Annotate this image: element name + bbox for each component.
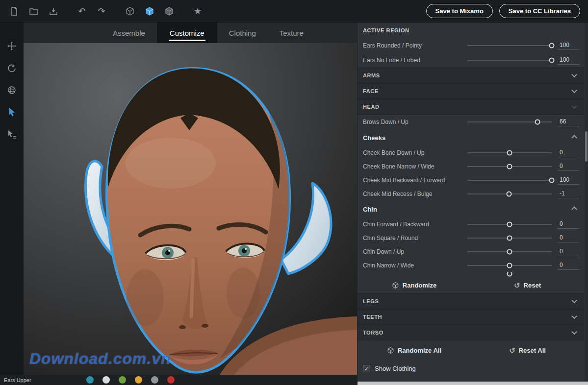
slider-thumb[interactable] [549, 58, 555, 63]
slider-thumb[interactable] [507, 150, 512, 156]
param-row: Cheek Mid Backward / Forward 100 [358, 173, 584, 187]
param-slider[interactable] [467, 188, 552, 200]
swatch-red[interactable] [167, 376, 175, 384]
tab-customize[interactable]: Customize [157, 23, 217, 43]
reset-icon: ↺ [514, 282, 520, 289]
scrollbar-thumb[interactable] [585, 131, 588, 162]
param-slider[interactable] [467, 259, 552, 272]
slider-thumb[interactable] [549, 43, 555, 48]
redo-icon[interactable]: ↷ [95, 5, 108, 17]
param-row: Brows Down / Up 66 [358, 115, 584, 129]
slider-thumb[interactable] [507, 222, 512, 227]
reset-button[interactable]: ↺ Reset [514, 282, 541, 289]
section-header-teeth[interactable]: TEETH [358, 309, 584, 325]
section-header-head[interactable]: HEAD [358, 99, 584, 115]
character-3d-viewport[interactable]: Y Download.com.vn [24, 43, 357, 375]
subsection-header-cheeks[interactable]: Cheeks [358, 129, 584, 146]
cube-solid-active-icon[interactable] [143, 5, 156, 17]
param-slider[interactable] [467, 39, 552, 52]
swatch-silver[interactable] [102, 376, 110, 384]
param-slider[interactable] [467, 146, 552, 159]
randomize-button[interactable]: Randomize [392, 282, 436, 289]
param-slider[interactable] [467, 160, 552, 173]
tab-label: Clothing [229, 29, 256, 37]
slider-thumb[interactable] [507, 249, 512, 255]
randomize-all-button[interactable]: Randomize All [387, 347, 441, 354]
slider-thumb[interactable] [549, 178, 555, 183]
section-label: TORSO [363, 330, 383, 336]
mode-tabs: Assemble Customize Clothing Texture [24, 23, 357, 43]
chevron-down-icon [571, 298, 577, 303]
open-folder-icon[interactable] [27, 5, 40, 17]
cube-wireframe-icon[interactable] [124, 5, 136, 17]
swatch-green[interactable] [119, 376, 126, 384]
param-slider[interactable] [467, 218, 552, 231]
reset-all-button[interactable]: ↺ Reset All [509, 347, 546, 354]
param-value[interactable]: 0 [558, 149, 579, 157]
import-icon[interactable] [47, 5, 60, 17]
select-tool-icon[interactable] [6, 106, 18, 118]
param-row: Cheek Bone Down / Up 0 [358, 146, 584, 160]
param-slider[interactable] [467, 245, 552, 258]
param-row: Cheek Mid Recess / Bulge -1 [358, 187, 584, 201]
new-file-icon[interactable] [8, 5, 21, 17]
work-area: Assemble Customize Clothing Texture [0, 23, 357, 385]
section-header-torso[interactable]: TORSO [358, 325, 584, 340]
param-value[interactable]: 100 [558, 56, 579, 65]
tab-clothing[interactable]: Clothing [217, 23, 268, 43]
param-value[interactable]: 100 [558, 176, 579, 185]
undo-icon[interactable]: ↶ [76, 5, 88, 17]
panel-horizontal-scrollbar[interactable] [358, 382, 588, 385]
swatch-gray[interactable] [151, 376, 158, 384]
param-value[interactable]: 100 [558, 42, 579, 50]
param-value[interactable]: 0 [558, 163, 579, 171]
slider-thumb[interactable] [507, 164, 512, 169]
param-slider[interactable] [467, 174, 552, 187]
slider-thumb[interactable] [507, 236, 512, 241]
param-row: Chin Forward / Backward 0 [358, 217, 584, 231]
param-value[interactable]: 0 [558, 248, 579, 256]
show-clothing-checkbox[interactable]: ✓ Show Clothing [358, 360, 584, 377]
save-to-mixamo-button[interactable]: Save to Mixamo [426, 4, 493, 18]
param-row: Ears No Lobe / Lobed 100 [358, 53, 584, 68]
slider-thumb[interactable] [507, 192, 512, 197]
section-header-face[interactable]: FACE [358, 83, 584, 99]
sphere-tool-icon[interactable] [6, 84, 18, 96]
param-value[interactable]: 0 [558, 220, 579, 229]
param-value[interactable]: 66 [558, 118, 579, 126]
tab-texture[interactable]: Texture [268, 23, 315, 43]
swatch-amber[interactable] [135, 376, 142, 384]
param-value[interactable]: 0 [558, 262, 579, 270]
tab-assemble[interactable]: Assemble [101, 23, 157, 43]
randomize-label: Randomize [403, 282, 436, 289]
cube-shaded-icon[interactable] [163, 5, 176, 17]
star-icon[interactable]: ★ [191, 5, 204, 17]
param-slider[interactable] [467, 54, 552, 67]
slider-thumb[interactable] [507, 263, 512, 268]
slider-thumb[interactable] [535, 120, 540, 125]
panel-scrollbar[interactable] [585, 23, 588, 385]
randomize-dice-icon [387, 347, 394, 354]
tool-rail [0, 23, 24, 375]
param-label: Chin Forward / Backward [363, 221, 467, 228]
param-row: Chin Square / Round 0 [358, 231, 584, 245]
section-header-legs[interactable]: LEGS [358, 293, 584, 309]
param-slider[interactable] [467, 232, 552, 244]
move-tool-icon[interactable] [6, 40, 18, 52]
color-swatches [86, 376, 175, 384]
center-column: Assemble Customize Clothing Texture [24, 23, 357, 375]
swatch-teal[interactable] [86, 376, 94, 384]
save-to-cc-libraries-button[interactable]: Save to CC Libraries [499, 4, 580, 18]
param-slider[interactable] [467, 116, 552, 128]
subsection-header-chin[interactable]: Chin [358, 201, 584, 217]
subsection-label: Cheeks [363, 134, 385, 142]
param-label: Ears Rounded / Pointy [363, 42, 467, 49]
region-select-tool-icon[interactable] [6, 128, 18, 140]
param-value[interactable]: -1 [558, 190, 579, 198]
orbit-tool-icon[interactable] [6, 62, 18, 74]
param-slider [467, 272, 552, 277]
top-toolbar: ↶ ↷ ★ Save to Mixamo Save to CC Librarie… [0, 0, 588, 23]
param-value[interactable]: 0 [558, 234, 579, 242]
section-header-arms[interactable]: ARMS [358, 68, 584, 83]
tab-label: Assemble [113, 29, 145, 37]
